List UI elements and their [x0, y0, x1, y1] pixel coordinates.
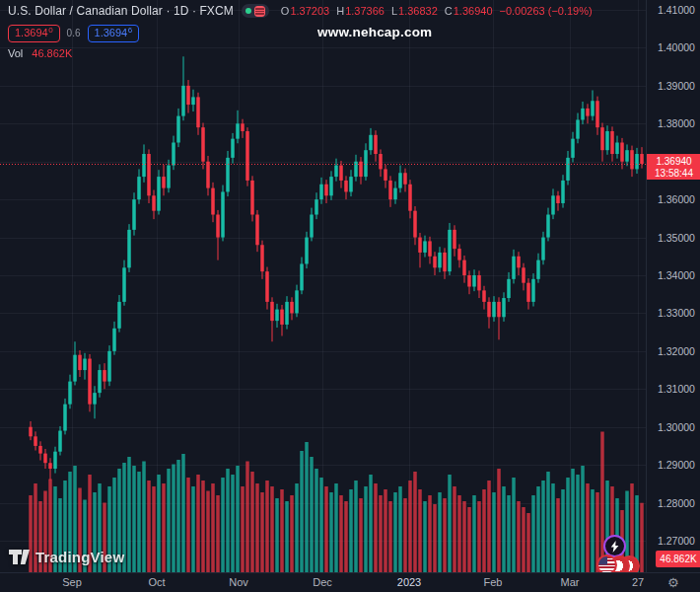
time-axis-label: 2023: [397, 576, 421, 588]
change-value: −0.00263 (−0.19%): [500, 5, 593, 17]
time-axis-label: Oct: [148, 576, 165, 588]
volume-indicator-label[interactable]: Vol: [8, 47, 23, 59]
ohlc-values: O1.37203H1.37366L1.36832C1.36940−0.00263…: [281, 5, 593, 17]
price-axis-label: 1.32000: [658, 345, 695, 357]
bid-price-sup: 0: [48, 27, 52, 35]
price-axis-label: 1.27000: [658, 535, 695, 547]
price-axis-label: 1.41000: [658, 4, 695, 16]
candlestick-chart[interactable]: [0, 0, 700, 592]
time-axis-label: Dec: [313, 576, 332, 588]
tradingview-chart-window: U.S. Dollar / Canadian Dollar · 1D · FXC…: [0, 0, 700, 592]
ohlc-item: L1.36832: [391, 5, 438, 17]
bid-price: 1.3694: [15, 27, 48, 39]
sell-bid-button[interactable]: 1.36940: [8, 25, 60, 42]
price-axis-label: 1.35000: [658, 232, 695, 244]
symbol-title[interactable]: U.S. Dollar / Canadian Dollar · 1D · FXC…: [8, 4, 234, 18]
price-axis-label: 1.29000: [658, 459, 695, 471]
buy-ask-button[interactable]: 1.36946: [88, 25, 140, 42]
time-axis-label: Nov: [229, 576, 248, 588]
lightning-icon: [610, 541, 619, 553]
axis-settings-gear-icon[interactable]: ⚙: [667, 574, 679, 591]
price-axis-label: 1.31000: [658, 383, 695, 395]
price-axis-label: 1.28000: [658, 497, 695, 509]
time-axis-label: Feb: [484, 576, 503, 588]
tradingview-logo[interactable]: TradingView: [9, 549, 124, 565]
price-axis-label: 1.33000: [658, 307, 695, 319]
ohlc-item: O1.37203: [281, 5, 329, 17]
ask-price-sup: 6: [128, 27, 132, 35]
current-price-badge: 1.36940 13:58:44: [647, 154, 700, 180]
time-axis-label: Mar: [561, 576, 580, 588]
ohlc-item: H1.37366: [336, 5, 385, 17]
market-status-toggle[interactable]: [242, 4, 269, 18]
spread-value: 0.6: [66, 28, 82, 38]
time-axis[interactable]: ⚙ SepOctNovDec2023FebMar27: [0, 572, 700, 592]
bar-countdown: 13:58:44: [647, 168, 700, 180]
price-axis-label: 1.36000: [658, 193, 695, 205]
price-axis-label: 1.38000: [658, 117, 695, 129]
data-notice-icon: [254, 6, 265, 17]
ask-price: 1.3694: [95, 27, 128, 39]
time-axis-label: Sep: [62, 576, 82, 588]
price-axis-label: 1.30000: [658, 421, 695, 433]
volume-indicator-value: 46.862K: [32, 47, 72, 59]
chart-legend: U.S. Dollar / Canadian Dollar · 1D · FXC…: [8, 3, 593, 59]
time-axis-label: 27: [632, 576, 644, 588]
tradingview-mark-icon: [9, 550, 30, 565]
market-open-dot-icon: [245, 8, 251, 14]
price-axis-label: 1.39000: [658, 80, 695, 92]
price-axis-label: 1.40000: [658, 41, 695, 53]
ohlc-item: C1.36940: [445, 5, 493, 17]
price-axis[interactable]: 1.270001.280001.290001.300001.310001.320…: [646, 0, 700, 572]
price-axis-label: 1.34000: [658, 269, 695, 281]
volume-axis-badge: 46.862K: [656, 551, 700, 567]
current-price-label: 1.36940: [647, 156, 700, 168]
tradingview-logo-text: TradingView: [35, 549, 124, 565]
